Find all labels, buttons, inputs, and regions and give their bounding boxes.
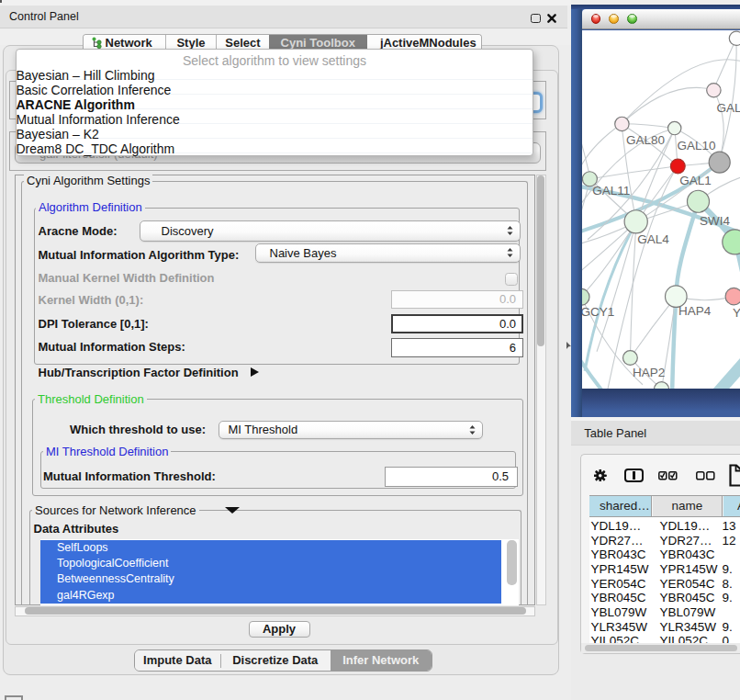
svg-text:GAL10: GAL10 <box>678 139 716 152</box>
svg-text:SWI4: SWI4 <box>700 213 730 227</box>
svg-text:HAP2: HAP2 <box>633 365 665 378</box>
svg-text:GCY1: GCY1 <box>582 304 614 318</box>
svg-text:GAL8: GAL8 <box>717 101 740 115</box>
svg-text:HAP4: HAP4 <box>678 304 712 318</box>
svg-text:GAL11: GAL11 <box>592 184 630 198</box>
svg-text:Y: Y <box>733 306 740 320</box>
svg-text:GAL80: GAL80 <box>626 133 665 147</box>
svg-text:GAL4: GAL4 <box>637 232 669 246</box>
svg-text:GAL1: GAL1 <box>679 174 712 187</box>
